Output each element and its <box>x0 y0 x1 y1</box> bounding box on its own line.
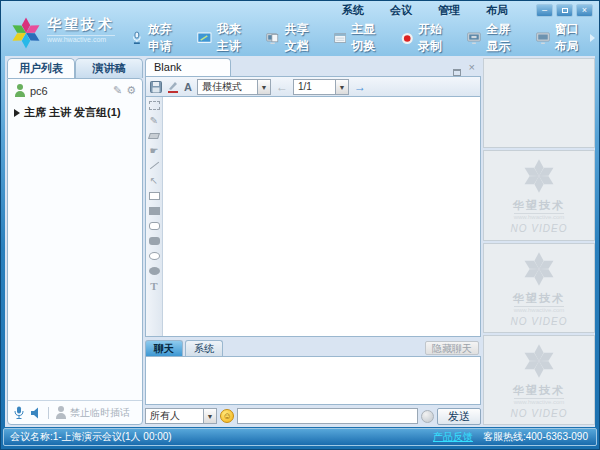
watermark-brand: 华望技术 <box>513 198 565 213</box>
video-panel: 华望技术 www.hwactive.com NO VIDEO 华望技术 <box>483 58 595 425</box>
tool-ellipse-icon[interactable] <box>148 250 160 261</box>
group-row[interactable]: 主席 主讲 发言组(1) <box>8 101 142 124</box>
emoticon-icon[interactable]: ☺ <box>220 409 234 423</box>
video-cell-1[interactable] <box>483 58 595 148</box>
maximize-button[interactable] <box>556 4 573 17</box>
product-feedback-link[interactable]: 产品反馈 <box>433 430 473 444</box>
video-cell-2[interactable]: 华望技术 www.hwactive.com NO VIDEO <box>483 150 595 240</box>
tool-rounded-rectangle-filled-icon[interactable] <box>148 235 160 246</box>
tab-presentation[interactable]: 演讲稿 <box>75 58 143 78</box>
tool-rectangle-icon[interactable] <box>148 190 160 201</box>
whiteboard-canvas[interactable] <box>163 97 480 336</box>
whiteboard-tabs: Blank × <box>145 58 481 76</box>
share-document-button[interactable]: 共享文档 <box>266 21 320 55</box>
chat-section: 聊天 系统 隐藏聊天 所有人 ▼ ☺ 发送 <box>145 339 481 425</box>
start-record-label: 开始录制 <box>418 21 453 55</box>
no-video-label: NO VIDEO <box>511 223 568 234</box>
tool-selection-icon[interactable] <box>148 100 160 111</box>
drawing-toolstrip: ✎ ☛ ↖ T <box>146 97 163 336</box>
chat-messages[interactable] <box>145 356 481 405</box>
brand-url: www.hwactive.com <box>47 35 115 43</box>
abandon-request-button[interactable]: 放弃申请 <box>131 21 183 55</box>
window-layout-button[interactable]: 窗口布局 <box>536 21 590 55</box>
tool-ellipse-filled-icon[interactable] <box>148 265 160 276</box>
history-icon[interactable] <box>421 410 434 423</box>
fullscreen-label: 全屏显示 <box>486 21 521 55</box>
tool-line-icon[interactable] <box>148 160 160 171</box>
close-button[interactable]: × <box>576 4 593 17</box>
recipient-select[interactable]: 所有人 ▼ <box>145 408 217 424</box>
page-select[interactable]: 1/1 ▼ <box>293 79 349 95</box>
tab-chat[interactable]: 聊天 <box>145 340 183 356</box>
whiteboard-area: ✎ ☛ ↖ T <box>145 97 481 337</box>
audio-controls: 禁止临时插话 <box>8 400 142 424</box>
person-mute-icon <box>55 406 67 419</box>
forbid-interject-button[interactable]: 禁止临时插话 <box>55 406 130 420</box>
app-window: 系统 会议 管理 布局 – × 华望技术 <box>0 0 600 450</box>
group-label: 主席 主讲 发言组(1) <box>24 105 121 120</box>
fit-mode-select[interactable]: 最佳模式 ▼ <box>197 79 271 95</box>
display-switch-button[interactable]: 主显切换 <box>334 21 387 55</box>
fullscreen-button[interactable]: 全屏显示 <box>467 21 521 55</box>
present-button[interactable]: 我来主讲 <box>197 21 252 55</box>
tab-user-list[interactable]: 用户列表 <box>7 58 75 78</box>
left-panel: 用户列表 演讲稿 pc6 ✎ ⚙ 主席 主讲 发言组(1) <box>7 58 143 425</box>
mic-toggle-icon[interactable] <box>14 406 24 420</box>
watermark-star-icon <box>519 249 559 289</box>
divider <box>48 407 49 419</box>
watermark-brand: 华望技术 <box>513 291 565 306</box>
whiteboard-close-icon[interactable]: × <box>469 58 475 76</box>
present-label: 我来主讲 <box>217 21 252 55</box>
tool-arrow-icon[interactable]: ↖ <box>148 175 160 186</box>
chat-input-row: 所有人 ▼ ☺ 发送 <box>145 407 481 425</box>
chat-message-input[interactable] <box>237 408 418 424</box>
watermark-star-icon <box>519 341 559 381</box>
whiteboard-maximize-icon[interactable] <box>453 69 461 76</box>
tool-text-icon[interactable]: T <box>148 280 160 291</box>
minimize-button[interactable]: – <box>536 4 553 17</box>
tool-rectangle-filled-icon[interactable] <box>148 205 160 216</box>
page-indicator: 1/1 <box>294 81 335 92</box>
next-page-icon[interactable]: → <box>354 80 366 94</box>
toolbar-collapse-arrow-icon[interactable] <box>590 34 595 42</box>
tool-eraser-icon[interactable] <box>148 130 160 141</box>
menu-layout[interactable]: 布局 <box>486 3 508 18</box>
tool-pointer-icon[interactable]: ☛ <box>148 145 160 156</box>
share-document-label: 共享文档 <box>284 21 319 55</box>
menu-meeting[interactable]: 会议 <box>390 3 412 18</box>
video-cell-3[interactable]: 华望技术 www.hwactive.com NO VIDEO <box>483 243 595 333</box>
chevron-down-icon: ▼ <box>257 80 270 94</box>
font-icon[interactable]: A <box>184 81 192 93</box>
video-cell-4[interactable]: 华望技术 www.hwactive.com NO VIDEO <box>483 335 595 425</box>
tab-system[interactable]: 系统 <box>185 340 223 356</box>
chat-tabs: 聊天 系统 隐藏聊天 <box>145 339 481 356</box>
window-controls: – × <box>536 4 593 17</box>
watermark-brand: 华望技术 <box>513 383 565 398</box>
user-avatar-icon <box>14 84 26 97</box>
start-record-button[interactable]: 开始录制 <box>401 21 454 55</box>
fullscreen-monitor-icon <box>467 30 481 47</box>
forbid-interject-label: 禁止临时插话 <box>70 406 130 420</box>
prev-page-icon[interactable]: ← <box>276 80 288 94</box>
brand-text: 华望技术 www.hwactive.com <box>47 16 115 43</box>
save-icon[interactable] <box>150 81 162 93</box>
tab-blank-document[interactable]: Blank <box>145 58 231 76</box>
user-name: pc6 <box>30 85 48 97</box>
hide-chat-button[interactable]: 隐藏聊天 <box>425 341 479 355</box>
expand-arrow-icon <box>14 109 20 117</box>
window-layout-label: 窗口布局 <box>555 21 590 55</box>
microphone-icon <box>131 29 143 47</box>
menu-bar: 系统 会议 管理 布局 <box>342 3 508 18</box>
presenter-board-icon <box>197 30 212 46</box>
pen-color-icon[interactable] <box>167 81 179 93</box>
gear-icon: ⚙ <box>126 84 136 97</box>
record-icon <box>401 30 414 47</box>
speaker-toggle-icon[interactable] <box>30 407 42 419</box>
menu-system[interactable]: 系统 <box>342 3 364 18</box>
tool-rounded-rectangle-icon[interactable] <box>148 220 160 231</box>
main-toolbar: 放弃申请 我来主讲 共享文档 <box>131 21 590 55</box>
user-row[interactable]: pc6 ✎ ⚙ <box>8 79 142 101</box>
menu-manage[interactable]: 管理 <box>438 3 460 18</box>
tool-pencil-icon[interactable]: ✎ <box>148 115 160 126</box>
send-button[interactable]: 发送 <box>437 408 481 425</box>
